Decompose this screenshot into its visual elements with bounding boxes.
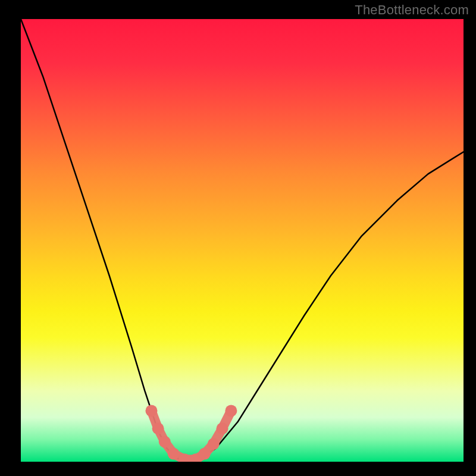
- chart-svg: [21, 19, 464, 462]
- marker-dot: [208, 438, 220, 450]
- chart-frame: TheBottleneck.com: [0, 0, 476, 476]
- bottleneck-curve: [21, 19, 464, 462]
- marker-dot: [145, 405, 157, 416]
- marker-band: [151, 411, 231, 459]
- marker-dot: [199, 448, 211, 460]
- plot-area: [21, 19, 464, 462]
- watermark-text: TheBottleneck.com: [355, 2, 469, 18]
- marker-dot: [217, 422, 228, 434]
- marker-dot: [168, 448, 180, 460]
- marker-dot: [159, 436, 171, 448]
- marker-dot: [152, 422, 164, 434]
- marker-dot: [225, 405, 237, 416]
